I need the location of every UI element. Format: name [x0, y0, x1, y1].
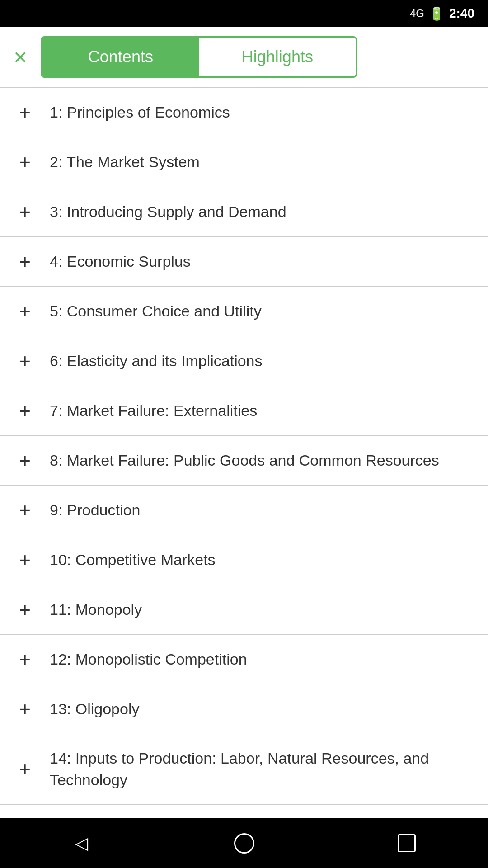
expand-icon: + — [14, 699, 36, 719]
nav-bar: ◁ — [0, 818, 488, 868]
expand-icon: + — [14, 152, 36, 172]
chapter-title: 6: Elasticity and its Implications — [50, 350, 263, 372]
recent-icon — [398, 834, 416, 852]
signal-icon: 4G — [410, 7, 424, 20]
expand-icon: + — [14, 650, 36, 670]
expand-icon: + — [14, 351, 36, 371]
expand-icon: + — [14, 451, 36, 471]
expand-icon: + — [14, 252, 36, 272]
battery-icon: 🔋 — [429, 6, 445, 21]
expand-icon: + — [14, 500, 36, 520]
expand-icon: + — [14, 760, 36, 779]
expand-icon: + — [14, 401, 36, 421]
chapter-title: 12: Monopolistic Competition — [50, 649, 247, 670]
chapter-title: 3: Introducing Supply and Demand — [50, 201, 286, 223]
status-icons: 4G 🔋 2:40 — [410, 6, 474, 21]
close-button[interactable]: × — [14, 45, 27, 69]
chapter-title: 8: Market Failure: Public Goods and Comm… — [50, 450, 439, 472]
list-item[interactable]: +5: Consumer Choice and Utility — [0, 287, 488, 336]
tab-highlights[interactable]: Highlights — [199, 38, 356, 76]
tab-contents[interactable]: Contents — [42, 38, 199, 76]
content-list: +1: Principles of Economics+2: The Marke… — [0, 88, 488, 818]
list-item[interactable]: +15: Challenges to Efficient Outcomes — [0, 805, 488, 818]
list-item[interactable]: +2: The Market System — [0, 137, 488, 187]
list-item[interactable]: +14: Inputs to Production: Labor, Natura… — [0, 734, 488, 805]
recent-button[interactable] — [389, 825, 425, 861]
list-item[interactable]: +8: Market Failure: Public Goods and Com… — [0, 436, 488, 486]
list-item[interactable]: +1: Principles of Economics — [0, 88, 488, 137]
chapter-title: 13: Oligopoly — [50, 698, 139, 720]
status-bar: 4G 🔋 2:40 — [0, 0, 488, 27]
back-icon: ◁ — [75, 833, 88, 853]
chapter-title: 14: Inputs to Production: Labor, Natural… — [50, 748, 474, 791]
list-item[interactable]: +10: Competitive Markets — [0, 535, 488, 585]
expand-icon: + — [14, 550, 36, 570]
list-item[interactable]: +7: Market Failure: Externalities — [0, 386, 488, 436]
list-item[interactable]: +3: Introducing Supply and Demand — [0, 187, 488, 237]
home-button[interactable] — [226, 825, 262, 861]
chapter-title: 1: Principles of Economics — [50, 102, 230, 123]
expand-icon: + — [14, 600, 36, 620]
time-display: 2:40 — [449, 6, 474, 21]
expand-icon: + — [14, 202, 36, 222]
chapter-title: 9: Production — [50, 500, 140, 521]
list-item[interactable]: +11: Monopoly — [0, 585, 488, 635]
list-item[interactable]: +13: Oligopoly — [0, 684, 488, 734]
chapter-title: 2: The Market System — [50, 151, 200, 173]
tab-container: Contents Highlights — [41, 36, 357, 78]
chapter-title: 4: Economic Surplus — [50, 251, 191, 273]
chapter-title: 5: Consumer Choice and Utility — [50, 301, 262, 322]
expand-icon: + — [14, 302, 36, 321]
chapter-title: 11: Monopoly — [50, 599, 142, 621]
list-item[interactable]: +9: Production — [0, 486, 488, 535]
header: × Contents Highlights — [0, 27, 488, 87]
list-item[interactable]: +4: Economic Surplus — [0, 237, 488, 287]
chapter-title: 10: Competitive Markets — [50, 549, 216, 571]
back-button[interactable]: ◁ — [63, 825, 99, 861]
list-item[interactable]: +6: Elasticity and its Implications — [0, 336, 488, 386]
expand-icon: + — [14, 103, 36, 123]
home-icon — [234, 833, 254, 854]
chapter-title: 7: Market Failure: Externalities — [50, 400, 257, 422]
list-item[interactable]: +12: Monopolistic Competition — [0, 635, 488, 684]
